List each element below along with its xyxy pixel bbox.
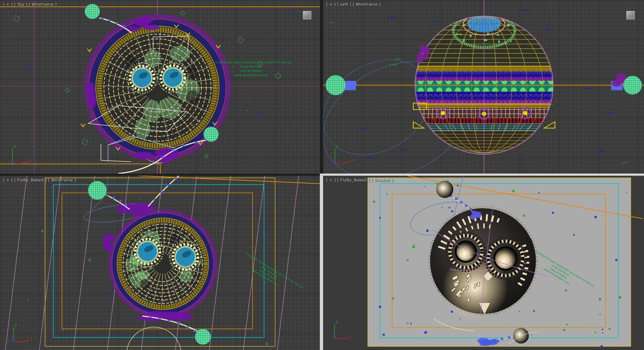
viewport-splitter-horizontal-left[interactable] bbox=[0, 174, 320, 176]
viewport-top-canvas[interactable]: yxz bbox=[0, 0, 320, 174]
svg-text:y: y bbox=[336, 144, 338, 149]
viewport-label-camera-wireframe[interactable]: [ + ] [ FlyBy_Baked ] [ Wireframe ] bbox=[3, 178, 76, 183]
viewport-label-camera-shaded[interactable]: [ + ] [ FlyBy_Baked ] [ Shaded ] bbox=[326, 178, 393, 183]
satellite-sphere[interactable] bbox=[88, 181, 107, 200]
chrome-ball[interactable] bbox=[436, 181, 453, 198]
viewport-left[interactable]: [ + ] [ Left ] [ Wireframe ] yxz bbox=[323, 0, 644, 174]
world-axis-gizmo: yxz bbox=[12, 322, 33, 342]
satellite-sphere[interactable] bbox=[195, 329, 211, 345]
viewport-splitter-vertical-top[interactable] bbox=[320, 0, 323, 174]
viewport-camera-wireframe[interactable]: [ + ] [ FlyBy_Baked ] [ Wireframe ] yxz … bbox=[0, 176, 320, 350]
chrome-ball[interactable] bbox=[513, 328, 529, 344]
max-viewport-area: [ + ] [ Top ] [ Wireframe ] yxz Created … bbox=[0, 0, 644, 350]
svg-text:y: y bbox=[336, 319, 338, 324]
viewcube-placeholder[interactable] bbox=[626, 11, 635, 20]
svg-text:z: z bbox=[333, 158, 336, 162]
svg-text:x: x bbox=[351, 333, 353, 338]
viewport-left-canvas[interactable]: yxz bbox=[323, 0, 644, 174]
world-axis-gizmo: yxz bbox=[333, 144, 354, 164]
satellite-sphere[interactable] bbox=[623, 76, 642, 94]
svg-text:z: z bbox=[11, 158, 13, 162]
viewport-splitter-horizontal-right-active[interactable] bbox=[323, 174, 644, 176]
viewport-label-left[interactable]: [ + ] [ Left ] [ Wireframe ] bbox=[326, 2, 381, 7]
svg-text:y: y bbox=[15, 322, 17, 327]
svg-text:y: y bbox=[14, 144, 16, 149]
world-axis-gizmo: yxz bbox=[333, 319, 353, 339]
satellite-sphere[interactable] bbox=[326, 75, 346, 95]
viewport-camera-shaded-canvas[interactable]: yxz bbox=[323, 176, 644, 350]
viewport-camera-shaded[interactable]: [ + ] [ FlyBy_Baked ] [ Shaded ] yxz Cre… bbox=[323, 176, 644, 350]
svg-text:x: x bbox=[351, 158, 354, 162]
viewcube-placeholder[interactable] bbox=[303, 11, 312, 20]
satellite-sphere[interactable] bbox=[85, 4, 100, 19]
svg-text:z: z bbox=[333, 334, 335, 337]
viewport-top[interactable]: [ + ] [ Top ] [ Wireframe ] yxz Created … bbox=[0, 0, 320, 174]
svg-text:x: x bbox=[29, 158, 31, 162]
viewport-splitter-vertical-bottom-active[interactable] bbox=[320, 174, 323, 350]
svg-text:z: z bbox=[12, 336, 14, 340]
svg-text:x: x bbox=[30, 336, 33, 341]
spherebot-camera-view[interactable] bbox=[108, 209, 217, 318]
viewport-camera-wireframe-canvas[interactable]: yxz bbox=[0, 176, 320, 350]
world-axis-gizmo: yxz bbox=[11, 144, 31, 164]
viewport-label-top[interactable]: [ + ] [ Top ] [ Wireframe ] bbox=[3, 2, 57, 7]
satellite-sphere[interactable] bbox=[204, 127, 219, 142]
